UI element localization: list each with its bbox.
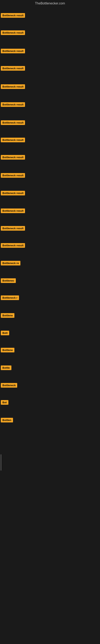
page-wrapper: TheBottlenecker.com Bottleneck resultBot… [0,0,100,644]
bottleneck-badge-5[interactable]: Bottleneck result [1,84,25,89]
results-container: Bottleneck resultBottleneck resultBottle… [0,8,100,450]
result-row-1[interactable]: Bottleneck result [1,13,25,18]
bottleneck-badge-4[interactable]: Bottleneck result [1,66,25,71]
bottleneck-badge-16[interactable]: Bottlenec [1,278,16,283]
spacer-bottom [0,474,100,636]
bottleneck-badge-9[interactable]: Bottleneck result [1,155,25,160]
bottleneck-badge-3[interactable]: Bottleneck result [1,49,25,53]
result-row-14[interactable]: Bottleneck result [1,243,25,248]
bottleneck-badge-6[interactable]: Bottleneck result [1,102,25,107]
result-row-2[interactable]: Bottleneck result [1,30,25,36]
result-row-20[interactable]: Bottlene [1,348,14,353]
result-row-21[interactable]: Bottle [1,366,11,371]
bottleneck-badge-7[interactable]: Bottleneck result [1,120,25,125]
result-row-10[interactable]: Bottleneck result [1,173,25,178]
bottleneck-badge-18[interactable]: Bottlene [1,313,14,318]
bottleneck-badge-12[interactable]: Bottleneck result [1,208,25,213]
bottleneck-badge-17[interactable]: Bottleneck r [1,296,19,300]
cursor-indicator [1,454,1,470]
result-row-17[interactable]: Bottleneck r [1,296,19,301]
bottleneck-badge-8[interactable]: Bottleneck result [1,138,25,142]
result-row-12[interactable]: Bottleneck result [1,208,25,214]
result-row-23[interactable]: Bot [1,400,8,406]
result-row-15[interactable]: Bottleneck re [1,261,20,266]
bottleneck-badge-14[interactable]: Bottleneck result [1,243,25,248]
bottleneck-badge-23[interactable]: Bot [1,400,8,405]
result-row-7[interactable]: Bottleneck result [1,120,25,126]
bottleneck-badge-19[interactable]: Bott [1,331,9,335]
bottleneck-badge-15[interactable]: Bottleneck re [1,261,20,266]
bottleneck-badge-1[interactable]: Bottleneck result [1,13,25,18]
bottleneck-badge-24[interactable]: Bottlen [1,418,13,422]
bottleneck-badge-11[interactable]: Bottleneck result [1,191,25,196]
site-title: TheBottlenecker.com [0,0,100,8]
result-row-9[interactable]: Bottleneck result [1,155,25,160]
result-row-18[interactable]: Bottlene [1,313,14,318]
result-row-19[interactable]: Bott [1,331,9,336]
bottleneck-badge-10[interactable]: Bottleneck result [1,173,25,178]
result-row-3[interactable]: Bottleneck result [1,49,25,54]
result-row-24[interactable]: Bottlen [1,418,13,423]
result-row-13[interactable]: Bottleneck result [1,226,25,232]
bottleneck-badge-22[interactable]: Bottleneck [1,383,17,388]
result-row-22[interactable]: Bottleneck [1,383,17,388]
bottleneck-badge-20[interactable]: Bottlene [1,348,14,352]
result-row-6[interactable]: Bottleneck result [1,102,25,108]
bottleneck-badge-21[interactable]: Bottle [1,366,11,370]
result-row-16[interactable]: Bottlenec [1,278,16,284]
result-row-4[interactable]: Bottleneck result [1,66,25,72]
bottleneck-badge-2[interactable]: Bottleneck result [1,30,25,35]
result-row-8[interactable]: Bottleneck result [1,138,25,143]
bottleneck-badge-13[interactable]: Bottleneck result [1,226,25,231]
result-row-11[interactable]: Bottleneck result [1,191,25,196]
result-row-5[interactable]: Bottleneck result [1,84,25,90]
